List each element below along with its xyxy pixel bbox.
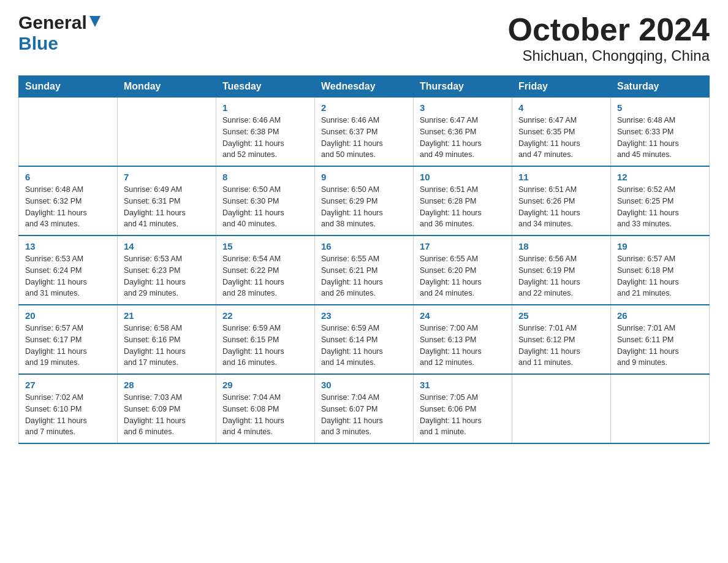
day-number: 12 [617,172,703,182]
calendar-cell [512,374,611,443]
day-info: Sunrise: 6:46 AM Sunset: 6:38 PM Dayligh… [222,115,308,161]
day-header-wednesday: Wednesday [315,76,414,98]
calendar-cell: 7Sunrise: 6:49 AM Sunset: 6:31 PM Daylig… [118,166,216,236]
calendar-cell: 20Sunrise: 6:57 AM Sunset: 6:17 PM Dayli… [19,305,118,374]
day-info: Sunrise: 6:51 AM Sunset: 6:26 PM Dayligh… [518,184,604,230]
calendar-cell: 15Sunrise: 6:54 AM Sunset: 6:22 PM Dayli… [216,236,315,305]
calendar-cell: 12Sunrise: 6:52 AM Sunset: 6:25 PM Dayli… [611,166,710,236]
calendar-cell: 31Sunrise: 7:05 AM Sunset: 6:06 PM Dayli… [414,374,512,443]
page-header: General Blue October 2024 Shichuan, Chon… [18,12,710,64]
day-info: Sunrise: 7:04 AM Sunset: 6:07 PM Dayligh… [321,392,407,438]
calendar-cell: 13Sunrise: 6:53 AM Sunset: 6:24 PM Dayli… [19,236,118,305]
day-number: 1 [222,102,308,113]
day-header-friday: Friday [512,76,611,98]
calendar-cell: 30Sunrise: 7:04 AM Sunset: 6:07 PM Dayli… [315,374,414,443]
calendar-cell: 11Sunrise: 6:51 AM Sunset: 6:26 PM Dayli… [512,166,611,236]
logo-arrow-icon [88,15,102,28]
svg-marker-0 [89,16,100,27]
calendar-cell: 18Sunrise: 6:56 AM Sunset: 6:19 PM Dayli… [512,236,611,305]
day-number: 14 [124,241,210,251]
day-info: Sunrise: 6:50 AM Sunset: 6:29 PM Dayligh… [321,184,407,230]
day-number: 11 [518,172,604,182]
day-info: Sunrise: 7:05 AM Sunset: 6:06 PM Dayligh… [420,392,506,438]
calendar-week-row: 6Sunrise: 6:48 AM Sunset: 6:32 PM Daylig… [19,166,710,236]
day-number: 6 [25,172,111,182]
day-number: 22 [222,310,308,321]
calendar-cell: 3Sunrise: 6:47 AM Sunset: 6:36 PM Daylig… [414,98,512,167]
day-info: Sunrise: 6:59 AM Sunset: 6:14 PM Dayligh… [321,323,407,369]
calendar-week-row: 13Sunrise: 6:53 AM Sunset: 6:24 PM Dayli… [19,236,710,305]
day-info: Sunrise: 6:51 AM Sunset: 6:28 PM Dayligh… [420,184,506,230]
logo-blue-text: Blue [18,33,58,54]
calendar-cell: 27Sunrise: 7:02 AM Sunset: 6:10 PM Dayli… [19,374,118,443]
day-info: Sunrise: 6:58 AM Sunset: 6:16 PM Dayligh… [124,323,210,369]
calendar-cell: 6Sunrise: 6:48 AM Sunset: 6:32 PM Daylig… [19,166,118,236]
day-number: 17 [420,241,506,251]
day-number: 4 [518,102,604,113]
day-info: Sunrise: 6:55 AM Sunset: 6:21 PM Dayligh… [321,253,407,299]
day-number: 7 [124,172,210,182]
day-number: 3 [420,102,506,113]
day-number: 28 [124,380,210,390]
day-number: 30 [321,380,407,390]
calendar-cell [611,374,710,443]
day-info: Sunrise: 6:52 AM Sunset: 6:25 PM Dayligh… [617,184,703,230]
day-number: 27 [25,380,111,390]
day-info: Sunrise: 6:56 AM Sunset: 6:19 PM Dayligh… [518,253,604,299]
calendar-week-row: 1Sunrise: 6:46 AM Sunset: 6:38 PM Daylig… [19,98,710,167]
day-header-tuesday: Tuesday [216,76,315,98]
day-info: Sunrise: 7:04 AM Sunset: 6:08 PM Dayligh… [222,392,308,438]
day-info: Sunrise: 6:59 AM Sunset: 6:15 PM Dayligh… [222,323,308,369]
day-number: 29 [222,380,308,390]
day-number: 23 [321,310,407,321]
day-info: Sunrise: 6:53 AM Sunset: 6:23 PM Dayligh… [124,253,210,299]
calendar-cell: 8Sunrise: 6:50 AM Sunset: 6:30 PM Daylig… [216,166,315,236]
day-info: Sunrise: 6:57 AM Sunset: 6:18 PM Dayligh… [617,253,703,299]
calendar-cell: 9Sunrise: 6:50 AM Sunset: 6:29 PM Daylig… [315,166,414,236]
calendar-cell: 10Sunrise: 6:51 AM Sunset: 6:28 PM Dayli… [414,166,512,236]
calendar-cell [118,98,216,167]
day-info: Sunrise: 6:57 AM Sunset: 6:17 PM Dayligh… [25,323,111,369]
title-block: October 2024 Shichuan, Chongqing, China [508,12,710,64]
day-info: Sunrise: 6:49 AM Sunset: 6:31 PM Dayligh… [124,184,210,230]
day-number: 9 [321,172,407,182]
calendar-cell: 5Sunrise: 6:48 AM Sunset: 6:33 PM Daylig… [611,98,710,167]
day-info: Sunrise: 6:48 AM Sunset: 6:33 PM Dayligh… [617,115,703,161]
day-info: Sunrise: 7:01 AM Sunset: 6:11 PM Dayligh… [617,323,703,369]
day-number: 13 [25,241,111,251]
day-info: Sunrise: 7:01 AM Sunset: 6:12 PM Dayligh… [518,323,604,369]
calendar-cell: 21Sunrise: 6:58 AM Sunset: 6:16 PM Dayli… [118,305,216,374]
calendar-cell: 22Sunrise: 6:59 AM Sunset: 6:15 PM Dayli… [216,305,315,374]
page-title: October 2024 [508,12,710,47]
calendar-table: SundayMondayTuesdayWednesdayThursdayFrid… [18,75,710,444]
day-info: Sunrise: 6:48 AM Sunset: 6:32 PM Dayligh… [25,184,111,230]
day-info: Sunrise: 6:50 AM Sunset: 6:30 PM Dayligh… [222,184,308,230]
day-number: 21 [124,310,210,321]
day-info: Sunrise: 6:47 AM Sunset: 6:36 PM Dayligh… [420,115,506,161]
day-header-saturday: Saturday [611,76,710,98]
calendar-cell: 4Sunrise: 6:47 AM Sunset: 6:35 PM Daylig… [512,98,611,167]
calendar-cell: 24Sunrise: 7:00 AM Sunset: 6:13 PM Dayli… [414,305,512,374]
page-subtitle: Shichuan, Chongqing, China [508,47,710,64]
day-header-thursday: Thursday [414,76,512,98]
day-number: 16 [321,241,407,251]
logo-general-text: General [18,12,87,33]
day-header-monday: Monday [118,76,216,98]
day-number: 5 [617,102,703,113]
day-info: Sunrise: 6:54 AM Sunset: 6:22 PM Dayligh… [222,253,308,299]
day-info: Sunrise: 7:02 AM Sunset: 6:10 PM Dayligh… [25,392,111,438]
day-number: 19 [617,241,703,251]
logo: General Blue [18,12,102,54]
calendar-cell: 23Sunrise: 6:59 AM Sunset: 6:14 PM Dayli… [315,305,414,374]
calendar-header-row: SundayMondayTuesdayWednesdayThursdayFrid… [19,76,710,98]
day-info: Sunrise: 6:46 AM Sunset: 6:37 PM Dayligh… [321,115,407,161]
day-number: 24 [420,310,506,321]
calendar-cell: 14Sunrise: 6:53 AM Sunset: 6:23 PM Dayli… [118,236,216,305]
calendar-cell: 28Sunrise: 7:03 AM Sunset: 6:09 PM Dayli… [118,374,216,443]
calendar-cell: 16Sunrise: 6:55 AM Sunset: 6:21 PM Dayli… [315,236,414,305]
calendar-week-row: 27Sunrise: 7:02 AM Sunset: 6:10 PM Dayli… [19,374,710,443]
day-info: Sunrise: 6:47 AM Sunset: 6:35 PM Dayligh… [518,115,604,161]
day-header-sunday: Sunday [19,76,118,98]
calendar-cell: 25Sunrise: 7:01 AM Sunset: 6:12 PM Dayli… [512,305,611,374]
day-number: 15 [222,241,308,251]
